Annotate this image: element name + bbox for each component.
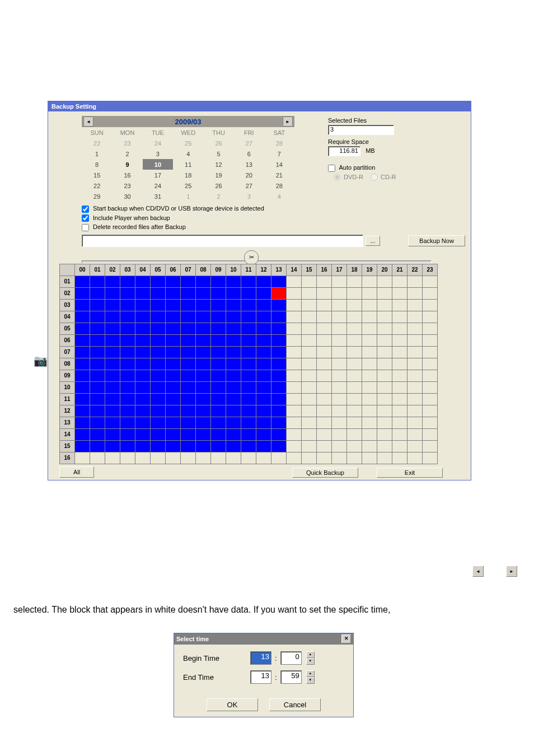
schedule-cell[interactable]: [377, 287, 392, 299]
schedule-cell[interactable]: [423, 370, 438, 381]
schedule-cell[interactable]: [407, 428, 423, 440]
schedule-cell[interactable]: [347, 287, 362, 299]
schedule-grid[interactable]: 0001020304050607080910111213141516171819…: [59, 264, 438, 464]
schedule-cell[interactable]: [90, 346, 105, 358]
schedule-cell[interactable]: [423, 381, 438, 393]
schedule-cell[interactable]: [256, 311, 271, 323]
schedule-cell[interactable]: [196, 417, 211, 428]
schedule-cell[interactable]: [392, 334, 407, 346]
schedule-cell[interactable]: [241, 346, 256, 358]
include-player-checkbox[interactable]: [82, 214, 89, 222]
schedule-cell[interactable]: [347, 393, 362, 405]
schedule-cell[interactable]: [181, 381, 196, 393]
schedule-cell[interactable]: [271, 299, 287, 311]
begin-hour-input[interactable]: 13: [250, 651, 271, 665]
schedule-cell[interactable]: [166, 358, 181, 370]
schedule-cell[interactable]: [332, 358, 347, 370]
schedule-cell[interactable]: [317, 393, 332, 405]
schedule-cell[interactable]: [423, 358, 438, 370]
schedule-cell[interactable]: [120, 311, 135, 323]
calendar-day-cell[interactable]: 22: [82, 180, 112, 191]
schedule-cell[interactable]: [211, 299, 226, 311]
schedule-cell[interactable]: [302, 370, 317, 381]
schedule-cell[interactable]: [332, 428, 347, 440]
schedule-cell[interactable]: [181, 358, 196, 370]
schedule-cell[interactable]: [211, 405, 226, 417]
schedule-cell[interactable]: [135, 452, 151, 464]
schedule-cell[interactable]: [166, 452, 181, 464]
schedule-cell[interactable]: [181, 440, 196, 452]
calendar-day-cell[interactable]: 14: [264, 159, 294, 170]
schedule-cell[interactable]: [135, 287, 151, 299]
schedule-cell[interactable]: [407, 276, 423, 287]
schedule-cell[interactable]: [377, 334, 392, 346]
schedule-cell[interactable]: [196, 452, 211, 464]
schedule-cell[interactable]: [407, 311, 423, 323]
schedule-cell[interactable]: [151, 452, 166, 464]
schedule-cell[interactable]: [317, 370, 332, 381]
schedule-cell[interactable]: [196, 334, 211, 346]
schedule-cell[interactable]: [392, 358, 407, 370]
schedule-cell[interactable]: [271, 393, 287, 405]
schedule-cell[interactable]: [120, 381, 135, 393]
schedule-cell[interactable]: [362, 299, 377, 311]
schedule-cell[interactable]: [332, 417, 347, 428]
schedule-cell[interactable]: [317, 311, 332, 323]
schedule-cell[interactable]: [332, 299, 347, 311]
schedule-cell[interactable]: [151, 440, 166, 452]
schedule-cell[interactable]: [181, 334, 196, 346]
schedule-cell[interactable]: [332, 452, 347, 464]
schedule-cell[interactable]: [151, 417, 166, 428]
schedule-cell[interactable]: [105, 287, 120, 299]
schedule-cell[interactable]: [347, 405, 362, 417]
calendar-day-cell[interactable]: 4: [264, 191, 294, 202]
schedule-cell[interactable]: [181, 276, 196, 287]
schedule-cell[interactable]: [302, 381, 317, 393]
schedule-cell[interactable]: [423, 417, 438, 428]
schedule-cell[interactable]: [287, 346, 302, 358]
schedule-cell[interactable]: [407, 440, 423, 452]
schedule-cell[interactable]: [392, 417, 407, 428]
schedule-cell[interactable]: [105, 428, 120, 440]
schedule-cell[interactable]: [332, 323, 347, 334]
schedule-cell[interactable]: [362, 440, 377, 452]
schedule-cell[interactable]: [332, 370, 347, 381]
calendar-day-cell[interactable]: 26: [203, 138, 233, 148]
schedule-cell[interactable]: [317, 417, 332, 428]
schedule-cell[interactable]: [392, 311, 407, 323]
time-slider[interactable]: ✂: [82, 250, 465, 264]
schedule-cell[interactable]: [75, 276, 90, 287]
begin-minute-input[interactable]: 0: [280, 651, 302, 665]
schedule-cell[interactable]: [407, 346, 423, 358]
schedule-cell[interactable]: [302, 405, 317, 417]
schedule-cell[interactable]: [407, 287, 423, 299]
schedule-cell[interactable]: [75, 381, 90, 393]
schedule-cell[interactable]: [241, 287, 256, 299]
schedule-cell[interactable]: [90, 428, 105, 440]
schedule-cell[interactable]: [392, 393, 407, 405]
schedule-cell[interactable]: [377, 381, 392, 393]
calendar-day-cell[interactable]: 15: [82, 170, 112, 180]
schedule-cell[interactable]: [166, 323, 181, 334]
schedule-cell[interactable]: [271, 311, 287, 323]
schedule-cell[interactable]: [75, 452, 90, 464]
schedule-cell[interactable]: [241, 440, 256, 452]
schedule-cell[interactable]: [75, 358, 90, 370]
schedule-cell[interactable]: [256, 370, 271, 381]
cancel-button[interactable]: Cancel: [269, 698, 321, 711]
calendar-day-cell[interactable]: 3: [143, 148, 173, 159]
schedule-cell[interactable]: [196, 370, 211, 381]
schedule-cell[interactable]: [90, 287, 105, 299]
schedule-cell[interactable]: [362, 428, 377, 440]
schedule-cell[interactable]: [377, 452, 392, 464]
schedule-cell[interactable]: [151, 276, 166, 287]
schedule-cell[interactable]: [332, 393, 347, 405]
schedule-cell[interactable]: [105, 358, 120, 370]
calendar-day-cell[interactable]: 5: [203, 148, 233, 159]
schedule-cell[interactable]: [377, 370, 392, 381]
schedule-cell[interactable]: [256, 323, 271, 334]
schedule-cell[interactable]: [90, 299, 105, 311]
schedule-cell[interactable]: [75, 405, 90, 417]
schedule-cell[interactable]: [362, 381, 377, 393]
schedule-cell[interactable]: [151, 299, 166, 311]
